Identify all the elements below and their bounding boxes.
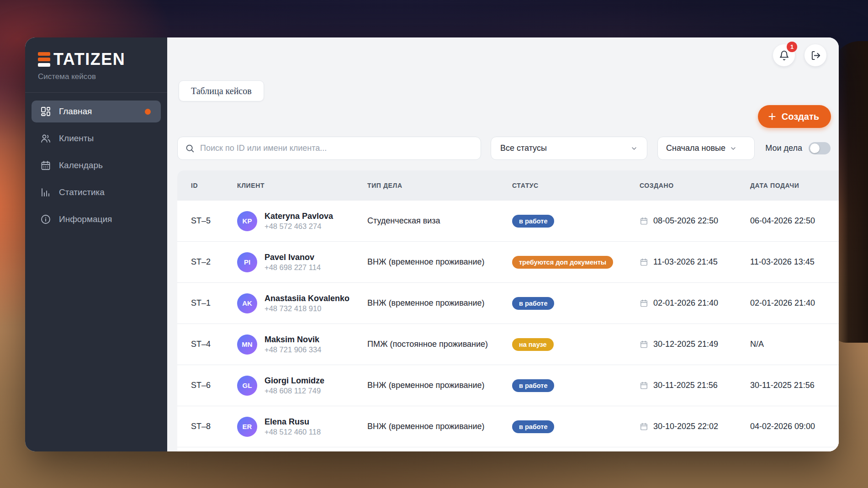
table-row[interactable]: ST–6 GL Giorgi Lomidze +48 608 112 749 В… <box>177 365 839 406</box>
case-type: ПМЖ (постоянное проживание) <box>367 339 512 349</box>
status-cell: в работе <box>512 420 640 433</box>
avatar: GL <box>237 376 257 396</box>
case-id: ST–2 <box>177 257 237 267</box>
status-cell: на паузе <box>512 338 640 351</box>
client-cell: PI Pavel Ivanov +48 698 227 114 <box>237 252 367 272</box>
case-id: ST–4 <box>177 339 237 349</box>
status-cell: в работе <box>512 379 640 392</box>
notifications-button[interactable]: 1 <box>773 44 795 66</box>
column-header-1: Клиент <box>237 182 367 189</box>
search-icon <box>185 143 195 153</box>
active-indicator-dot <box>145 109 151 115</box>
table-row[interactable]: ST–1 AK Anastasiia Kovalenko +48 732 418… <box>177 283 839 324</box>
table-row[interactable]: ST–8 ER Elena Rusu +48 512 460 118 ВНЖ (… <box>177 406 839 447</box>
search-box <box>177 137 481 160</box>
search-input[interactable] <box>200 143 473 153</box>
my-cases-filter: Мои дела <box>765 142 831 154</box>
submission-date: 02-01-2026 21:40 <box>750 298 839 308</box>
my-cases-toggle[interactable] <box>809 142 831 154</box>
avatar: PI <box>237 252 257 272</box>
case-type: ВНЖ (временное проживание) <box>367 422 512 431</box>
status-cell: в работе <box>512 215 640 228</box>
created-cell: 30-11-2025 21:56 <box>640 381 750 390</box>
main-area: 1 Таблица кейсов Создать Вс <box>167 37 839 451</box>
case-id: ST–6 <box>177 381 237 390</box>
table-header-row: IDКлиентТип делаСтатусСозданоДата подачи <box>177 170 839 201</box>
client-cell: MN Maksim Novik +48 721 906 334 <box>237 334 367 355</box>
status-filter-select[interactable]: Все статусы <box>491 137 647 160</box>
client-cell: GL Giorgi Lomidze +48 608 112 749 <box>237 376 367 396</box>
avatar: KP <box>237 211 257 231</box>
bar-chart-icon <box>40 186 52 198</box>
table-row[interactable]: ST–4 MN Maksim Novik +48 721 906 334 ПМЖ… <box>177 324 839 365</box>
sidebar-item-stats[interactable]: Статистика <box>32 181 161 203</box>
client-phone: +48 732 418 910 <box>265 304 349 313</box>
app-window: TATIZEN Система кейсов Главная Клиенты К… <box>25 37 839 451</box>
sidebar-item-clients[interactable]: Клиенты <box>32 127 161 149</box>
sort-select[interactable]: Сначала новые <box>657 137 755 160</box>
topbar: 1 <box>773 44 826 66</box>
info-icon <box>40 213 52 225</box>
client-phone: +48 572 463 274 <box>265 222 333 231</box>
client-name: Elena Rusu <box>265 417 321 427</box>
logo-text: TATIZEN <box>53 51 125 68</box>
client-phone: +48 698 227 114 <box>265 263 321 272</box>
submission-date: N/A <box>750 339 839 349</box>
case-id: ST–8 <box>177 422 237 431</box>
column-header-0: ID <box>177 182 237 189</box>
client-name: Pavel Ivanov <box>265 252 321 263</box>
create-button[interactable]: Создать <box>758 105 831 128</box>
case-type: ВНЖ (временное проживание) <box>367 298 512 308</box>
client-name: Anastasiia Kovalenko <box>265 293 349 304</box>
client-phone: +48 608 112 749 <box>265 387 324 395</box>
cases-table: IDКлиентТип делаСтатусСозданоДата подачи… <box>177 170 839 451</box>
table-row[interactable]: ST–5 KP Kateryna Pavlova +48 572 463 274… <box>177 201 839 242</box>
status-badge: в работе <box>512 420 554 433</box>
client-phone: +48 512 460 118 <box>265 428 321 436</box>
calendar-icon <box>640 422 648 431</box>
case-type: ВНЖ (временное проживание) <box>367 257 512 267</box>
created-cell: 30-12-2025 21:49 <box>640 339 750 349</box>
created-cell: 11-03-2026 21:45 <box>640 257 750 267</box>
logo-subtitle: Система кейсов <box>38 72 154 81</box>
avatar: AK <box>237 293 257 313</box>
logout-button[interactable] <box>804 44 826 66</box>
bell-icon <box>779 50 789 61</box>
case-type: ВНЖ (временное проживание) <box>367 381 512 390</box>
case-type: Студенческая виза <box>367 216 512 226</box>
logo-mark-icon <box>38 52 50 67</box>
notification-count-badge: 1 <box>787 42 797 52</box>
logo: TATIZEN Система кейсов <box>25 37 167 92</box>
users-icon <box>40 133 52 144</box>
submission-date: 30-11-2025 21:56 <box>750 381 839 390</box>
tab-cases-table[interactable]: Таблица кейсов <box>179 80 264 101</box>
created-cell: 30-10-2025 22:02 <box>640 422 750 431</box>
client-cell: KP Kateryna Pavlova +48 572 463 274 <box>237 211 367 231</box>
client-cell: ER Elena Rusu +48 512 460 118 <box>237 417 367 437</box>
avatar: MN <box>237 334 257 355</box>
status-badge: требуются доп документы <box>512 256 613 269</box>
calendar-icon <box>40 159 52 171</box>
column-header-5: Дата подачи <box>750 182 839 189</box>
sidebar-item-calendar[interactable]: Календарь <box>32 154 161 176</box>
my-cases-label: Мои дела <box>765 143 802 153</box>
status-badge: на паузе <box>512 338 554 351</box>
table-row[interactable]: ST–2 PI Pavel Ivanov +48 698 227 114 ВНЖ… <box>177 242 839 283</box>
client-phone: +48 721 906 334 <box>265 345 321 354</box>
client-name: Maksim Novik <box>265 334 321 345</box>
chevron-down-icon <box>730 145 737 152</box>
sidebar-item-home[interactable]: Главная <box>32 101 161 122</box>
sidebar-item-info[interactable]: Информация <box>32 208 161 230</box>
column-header-3: Статус <box>512 182 640 189</box>
status-badge: в работе <box>512 379 554 392</box>
calendar-icon <box>640 381 648 390</box>
column-header-2: Тип дела <box>367 182 512 189</box>
created-cell: 02-01-2026 21:40 <box>640 298 750 308</box>
calendar-icon <box>640 217 648 225</box>
status-cell: в работе <box>512 297 640 310</box>
avatar: ER <box>237 417 257 437</box>
submission-date: 11-03-2026 13:45 <box>750 257 839 267</box>
case-id: ST–5 <box>177 216 237 226</box>
sidebar-menu: Главная Клиенты Календарь Статистика Инф… <box>25 93 167 243</box>
plus-icon <box>767 111 777 122</box>
